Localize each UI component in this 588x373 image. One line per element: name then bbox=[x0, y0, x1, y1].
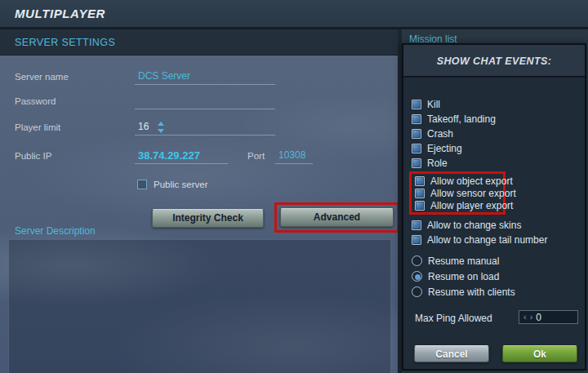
checkbox-checked-icon[interactable] bbox=[412, 158, 421, 168]
checkbox-takeoff-landing[interactable]: Takeoff, landing bbox=[412, 112, 496, 127]
public-ip-row: Public IP 38.74.29.227 Port 10308 bbox=[0, 148, 398, 164]
decrement-arrow-icon[interactable] bbox=[158, 129, 164, 133]
port-input[interactable]: 10308 bbox=[275, 148, 313, 164]
checkbox-label: Kill bbox=[427, 99, 440, 110]
password-input[interactable] bbox=[135, 93, 275, 109]
increment-arrow-icon[interactable]: › bbox=[530, 311, 533, 323]
resume-mode-radio-group: Resume manual Resume on load Resume with… bbox=[412, 253, 515, 300]
radio-resume-with-clients[interactable]: Resume with clients bbox=[412, 284, 515, 300]
checkbox-allow-sensor-export[interactable]: Allow sensor export bbox=[415, 187, 500, 199]
right-panel: Mission list SHOW CHAT EVENTS: Kill Take… bbox=[398, 29, 588, 373]
section-title: SERVER SETTINGS bbox=[15, 29, 115, 56]
player-limit-input[interactable]: 16 bbox=[135, 119, 275, 135]
advanced-highlight-box: Advanced bbox=[274, 202, 399, 233]
checkbox-allow-change-tail-number[interactable]: Allow to change tail number bbox=[412, 233, 547, 247]
player-limit-value: 16 bbox=[138, 121, 149, 132]
radio-unselected-icon[interactable] bbox=[412, 255, 422, 266]
cancel-button[interactable]: Cancel bbox=[414, 345, 489, 362]
max-ping-input[interactable]: ‹ › 0 bbox=[519, 310, 578, 324]
server-settings-panel: SERVER SETTINGS Server name DCS Server P… bbox=[0, 29, 398, 373]
player-limit-row: Player limit 16 bbox=[0, 119, 398, 135]
integrity-check-button[interactable]: Integrity Check bbox=[152, 209, 264, 228]
radio-selected-icon[interactable] bbox=[412, 271, 422, 282]
checkbox-unchecked-icon[interactable] bbox=[137, 180, 147, 189]
server-name-row: Server name DCS Server bbox=[0, 69, 398, 85]
checkbox-checked-icon[interactable] bbox=[412, 144, 421, 153]
checkbox-crash[interactable]: Crash bbox=[412, 127, 496, 141]
player-limit-label: Player limit bbox=[15, 119, 60, 135]
checkbox-label: Crash bbox=[427, 128, 453, 140]
radio-resume-on-load[interactable]: Resume on load bbox=[412, 269, 515, 284]
radio-unselected-icon[interactable] bbox=[412, 286, 422, 297]
radio-resume-manual[interactable]: Resume manual bbox=[412, 253, 515, 269]
checkbox-checked-icon[interactable] bbox=[415, 176, 425, 186]
checkbox-label: Takeoff, landing bbox=[427, 113, 496, 125]
checkbox-label: Ejecting bbox=[427, 143, 462, 154]
checkbox-allow-change-skins[interactable]: Allow to change skins bbox=[412, 218, 547, 233]
checkbox-label: Role bbox=[427, 158, 448, 169]
server-name-label: Server name bbox=[15, 69, 69, 85]
checkbox-checked-icon[interactable] bbox=[415, 189, 425, 198]
topbar: MULTIPLAYER bbox=[0, 0, 588, 29]
decrement-arrow-icon[interactable]: ‹ bbox=[523, 311, 527, 323]
checkbox-label: Allow to change skins bbox=[427, 220, 521, 231]
player-limit-stepper bbox=[158, 122, 166, 133]
multiplayer-screen: MULTIPLAYER SERVER SETTINGS Server name … bbox=[0, 0, 588, 373]
radio-label: Resume manual bbox=[428, 255, 499, 267]
checkbox-checked-icon[interactable] bbox=[412, 129, 421, 139]
advanced-button[interactable]: Advanced bbox=[280, 208, 394, 227]
chat-event-checkbox-group: Kill Takeoff, landing Crash Ejecting Rol… bbox=[412, 97, 496, 171]
checkbox-ejecting[interactable]: Ejecting bbox=[412, 141, 496, 156]
public-ip-value: 38.74.29.227 bbox=[135, 148, 228, 164]
checkbox-label: Allow player export bbox=[430, 200, 513, 211]
checkbox-label: Allow object export bbox=[430, 175, 513, 187]
checkbox-label: Allow to change tail number bbox=[427, 234, 547, 246]
public-server-checkbox[interactable]: Public server bbox=[137, 178, 207, 191]
checkbox-allow-object-export[interactable]: Allow object export bbox=[415, 175, 500, 187]
radio-label: Resume on load bbox=[428, 271, 499, 282]
password-row: Password bbox=[0, 93, 398, 109]
export-options-highlight-box: Allow object export Allow sensor export … bbox=[409, 171, 506, 215]
checkbox-checked-icon[interactable] bbox=[415, 201, 425, 211]
checkbox-checked-icon[interactable] bbox=[412, 235, 421, 245]
server-settings-header: SERVER SETTINGS bbox=[0, 29, 398, 56]
radio-label: Resume with clients bbox=[428, 286, 515, 298]
server-name-input[interactable]: DCS Server bbox=[135, 69, 275, 85]
public-ip-label: Public IP bbox=[15, 148, 51, 164]
checkbox-allow-player-export[interactable]: Allow player export bbox=[415, 199, 500, 211]
page-title: MULTIPLAYER bbox=[15, 0, 105, 28]
dialog-title-bar: SHOW CHAT EVENTS: bbox=[403, 45, 585, 78]
checkbox-checked-icon[interactable] bbox=[412, 114, 421, 124]
max-ping-value: 0 bbox=[536, 312, 541, 323]
increment-arrow-icon[interactable] bbox=[158, 122, 164, 126]
server-description-label: Server Description bbox=[15, 225, 96, 237]
show-chat-events-dialog: SHOW CHAT EVENTS: Kill Takeoff, landing … bbox=[402, 43, 586, 371]
server-description-textarea[interactable] bbox=[8, 239, 391, 373]
max-ping-label: Max Ping Allowed bbox=[415, 313, 492, 324]
password-label: Password bbox=[15, 93, 56, 109]
checkbox-checked-icon[interactable] bbox=[412, 100, 421, 109]
checkbox-label: Allow sensor export bbox=[430, 188, 516, 199]
max-ping-row: Max Ping Allowed ‹ › 0 bbox=[415, 310, 578, 325]
checkbox-kill[interactable]: Kill bbox=[412, 97, 496, 112]
change-options-checkbox-group: Allow to change skins Allow to change ta… bbox=[412, 218, 547, 247]
checkbox-role[interactable]: Role bbox=[412, 156, 496, 171]
checkbox-checked-icon[interactable] bbox=[412, 220, 421, 230]
ok-button[interactable]: Ok bbox=[502, 345, 577, 362]
port-label: Port bbox=[247, 148, 265, 164]
public-server-label: Public server bbox=[154, 180, 207, 189]
dialog-title: SHOW CHAT EVENTS: bbox=[403, 45, 585, 78]
